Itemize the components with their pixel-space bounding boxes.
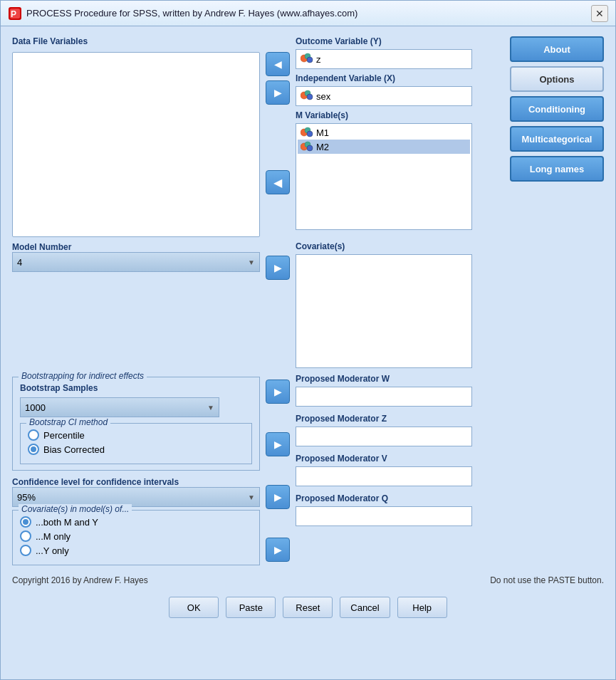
multicategorical-button[interactable]: Multicategorical (510, 126, 604, 152)
right-buttons-panel: About Options Conditioning Multicategori… (510, 36, 604, 182)
moderator-fields: Proposed Moderator W Proposed Moderator … (296, 374, 472, 526)
bootstrap-group-label: Bootstrapping for indirect effects (19, 371, 147, 381)
bootstrap-samples-value: 1000 (25, 402, 46, 413)
arrow-left-btn-1[interactable]: ◀ (266, 52, 290, 76)
data-file-label: Data File Variables (12, 36, 260, 46)
m-variable-item-1[interactable]: M1 (298, 125, 470, 140)
bootstrap-section: Bootstrapping for indirect effects Boots… (12, 374, 260, 565)
options-button[interactable]: Options (510, 66, 604, 92)
window-title: PROCESS Procedure for SPSS, written by A… (26, 8, 357, 19)
action-buttons: OK Paste Reset Cancel Help (12, 597, 604, 618)
help-button[interactable]: Help (397, 597, 447, 618)
conditioning-button[interactable]: Conditioning (510, 96, 604, 122)
moderator-w-label: Proposed Moderator W (296, 374, 472, 384)
y-only-label: ...Y only (36, 545, 69, 556)
independent-variable-group: Independent Variable (X) sex (296, 73, 504, 106)
bias-corrected-radio-row: Bias Corrected (28, 444, 244, 455)
arrow-right-btn-1[interactable]: ▶ (266, 80, 290, 105)
copyright-text: Copyright 2016 by Andrew F. Hayes (12, 575, 148, 585)
moderator-q-group: Proposed Moderator Q (296, 493, 472, 526)
moderator-q-arrow[interactable]: ▶ (266, 538, 290, 562)
left-column: Data File Variables (12, 36, 260, 237)
moderator-z-arrow[interactable]: ▶ (266, 432, 290, 456)
moderator-arrows: ▶ ▶ ▶ ▶ (266, 374, 290, 562)
moderator-q-field[interactable] (296, 506, 472, 526)
long-names-button[interactable]: Long names (510, 156, 604, 182)
bootstrap-samples-arrow: ▼ (207, 404, 214, 412)
covariate-arrow-btn[interactable]: ▶ (266, 256, 290, 280)
both-m-y-row: ...both M and Y (20, 516, 252, 528)
moderator-v-group: Proposed Moderator V (296, 454, 472, 486)
independent-variable-field[interactable]: sex (296, 86, 472, 106)
model-dropdown-arrow: ▼ (248, 258, 255, 266)
y-only-radio[interactable] (20, 545, 31, 556)
covariate-arrow-spacer: ▶ (266, 241, 290, 280)
data-file-list[interactable] (12, 52, 260, 237)
covariates-list[interactable] (296, 254, 472, 368)
bootstrap-samples-select[interactable]: 1000 ▼ (20, 397, 219, 417)
moderator-z-label: Proposed Moderator Z (296, 414, 472, 424)
arrow-left-btn-m[interactable]: ◀ (266, 170, 290, 194)
moderator-z-group: Proposed Moderator Z (296, 414, 472, 446)
independent-variable-value: sex (316, 91, 330, 102)
independent-variable-label: Independent Variable (X) (296, 73, 504, 83)
outcome-variable-field[interactable]: z (296, 49, 472, 69)
svg-point-5 (307, 57, 313, 63)
moderator-v-field[interactable] (296, 466, 472, 486)
percentile-label: Percentile (43, 430, 85, 441)
reset-button[interactable]: Reset (283, 597, 333, 618)
svg-text:P: P (11, 9, 16, 19)
model-number-select[interactable]: 4 ▼ (12, 252, 260, 272)
close-button[interactable]: ✕ (591, 5, 608, 22)
bootstrap-samples-label: Bootstrap Samples (20, 383, 252, 393)
m-variables-group: M Variable(s) M1 (296, 110, 504, 230)
moderator-w-field[interactable] (296, 387, 472, 407)
m-only-row: ...M only (20, 530, 252, 542)
top-arrows: ◀ ▶ ◀ (266, 36, 290, 194)
cancel-button[interactable]: Cancel (340, 597, 390, 618)
confidence-section: Confidence level for confidence interval… (12, 476, 260, 507)
app-icon: P (8, 6, 22, 21)
title-bar-left: P PROCESS Procedure for SPSS, written by… (8, 6, 357, 21)
y-only-row: ...Y only (20, 545, 252, 556)
m-variables-list[interactable]: M1 M2 (296, 123, 472, 230)
bias-corrected-label: Bias Corrected (43, 444, 105, 455)
model-number-value: 4 (17, 257, 22, 268)
svg-point-11 (307, 131, 313, 137)
m-only-label: ...M only (36, 531, 71, 542)
moderator-w-group: Proposed Moderator W (296, 374, 472, 407)
ci-method-group: Bootstrap CI method Percentile Bias Corr… (20, 423, 252, 464)
percentile-radio[interactable] (28, 429, 39, 441)
footer-note: Copyright 2016 by Andrew F. Hayes Do not… (12, 575, 604, 585)
m-variables-label: M Variable(s) (296, 110, 504, 120)
paste-button[interactable]: Paste (226, 597, 276, 618)
indep-var-icon (301, 90, 313, 103)
outcome-variable-group: Outcome Variable (Y) z (296, 36, 504, 69)
moderator-q-label: Proposed Moderator Q (296, 493, 472, 503)
content-area: Data File Variables ◀ ▶ ◀ Outcome Variab… (1, 26, 615, 679)
moderator-v-label: Proposed Moderator V (296, 454, 472, 464)
ok-button[interactable]: OK (169, 597, 219, 618)
model-number-label: Model Number (12, 242, 71, 252)
outcome-var-icon (301, 53, 313, 66)
moderator-w-arrow[interactable]: ▶ (266, 380, 290, 404)
title-bar: P PROCESS Procedure for SPSS, written by… (1, 1, 615, 26)
m-variable-2-name: M2 (316, 142, 329, 152)
middle-fields: Outcome Variable (Y) z (296, 36, 504, 230)
moderator-z-field[interactable] (296, 427, 472, 446)
m-only-radio[interactable] (20, 530, 31, 542)
m-variable-item-2[interactable]: M2 (298, 140, 470, 154)
about-button[interactable]: About (510, 36, 604, 62)
outcome-variable-value: z (316, 54, 321, 65)
bootstrap-samples-row: Bootstrap Samples 1000 ▼ (20, 383, 252, 417)
covariates-group: Covariate(s) (296, 241, 472, 368)
moderator-v-arrow[interactable]: ▶ (266, 485, 290, 509)
paste-note: Do not use the PASTE button. (490, 575, 604, 585)
confidence-value: 95% (17, 492, 36, 503)
model-number-section: Model Number 4 ▼ (12, 241, 260, 272)
percentile-radio-row: Percentile (28, 429, 244, 441)
ci-method-label: Bootstrap CI method (26, 417, 110, 427)
svg-point-14 (307, 145, 313, 151)
bias-corrected-radio[interactable] (28, 444, 39, 455)
both-m-y-radio[interactable] (20, 516, 31, 528)
